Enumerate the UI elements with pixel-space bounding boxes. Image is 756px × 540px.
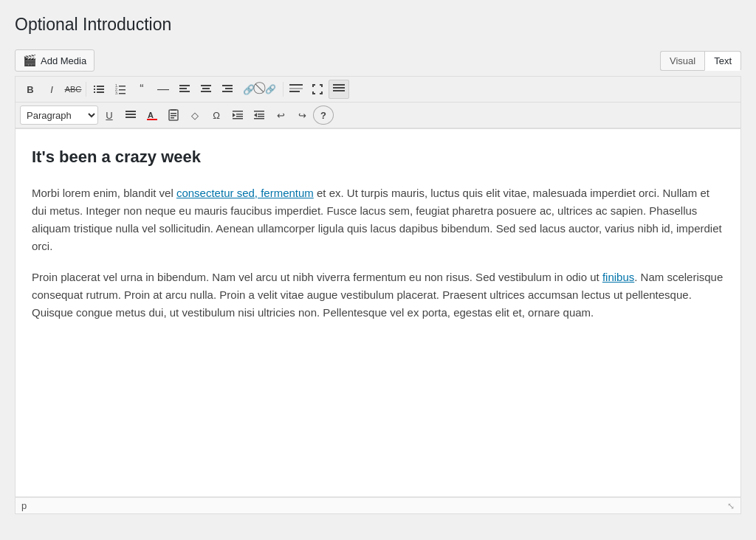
svg-rect-35 — [171, 115, 176, 117]
link-button[interactable]: 🔗 — [238, 80, 259, 99]
svg-rect-29 — [126, 117, 136, 118]
unordered-list-button[interactable] — [89, 80, 109, 99]
format-select[interactable]: Paragraph Heading 1 Heading 2 Heading 3 … — [20, 105, 98, 125]
paragraph2-before-link: Proin placerat vel urna in bibendum. Nam… — [32, 271, 602, 283]
svg-rect-20 — [222, 91, 233, 92]
svg-rect-18 — [222, 85, 233, 86]
svg-rect-28 — [126, 114, 136, 115]
paragraph1-before-link: Morbi lorem enim, blandit vel — [32, 187, 176, 199]
editor-toolbar: B I ABC 1.2.3. “ — 🔗 🔗⃠ — [15, 76, 741, 128]
path-indicator: p — [21, 500, 27, 511]
toolbar-row-2: Paragraph Heading 1 Heading 2 Heading 3 … — [16, 103, 740, 128]
status-bar: p ⤡ — [15, 497, 741, 514]
svg-rect-46 — [254, 118, 264, 120]
svg-rect-23 — [289, 91, 300, 92]
svg-rect-40 — [236, 116, 243, 117]
fullscreen-button[interactable] — [307, 80, 328, 99]
special-chars-button[interactable]: Ω — [206, 105, 227, 125]
paragraph2-link[interactable]: finibus — [602, 271, 634, 283]
svg-rect-34 — [171, 113, 176, 114]
add-media-label: Add Media — [41, 55, 86, 66]
align-center-button[interactable] — [196, 80, 216, 99]
italic-button[interactable]: I — [41, 80, 62, 99]
outdent-button[interactable] — [249, 105, 269, 125]
svg-rect-9 — [119, 89, 126, 91]
svg-rect-27 — [126, 111, 136, 112]
ordered-list-button[interactable]: 1.2.3. — [110, 80, 131, 99]
svg-rect-41 — [233, 118, 243, 120]
help-button[interactable]: ? — [313, 105, 334, 125]
unlink-button[interactable]: 🔗⃠ — [260, 80, 281, 99]
show-toolbar-button[interactable] — [329, 80, 349, 99]
separator-2 — [283, 82, 284, 97]
editor-paragraph-1: Morbi lorem enim, blandit vel consectetu… — [32, 184, 724, 255]
svg-rect-24 — [333, 84, 345, 86]
svg-rect-42 — [254, 111, 264, 112]
blockquote-button[interactable]: “ — [131, 80, 152, 99]
svg-rect-13 — [179, 88, 187, 89]
tab-text[interactable]: Text — [704, 51, 741, 71]
svg-rect-25 — [333, 87, 345, 89]
indent-button[interactable] — [227, 105, 248, 125]
svg-rect-3 — [97, 89, 104, 90]
justify-button[interactable] — [120, 105, 141, 125]
svg-rect-22 — [289, 84, 303, 86]
strikethrough-button[interactable]: ABC — [63, 80, 83, 99]
svg-rect-21 — [289, 88, 303, 89]
add-media-icon: 🎬 — [23, 54, 37, 67]
svg-rect-45 — [258, 116, 264, 117]
svg-rect-26 — [333, 90, 345, 91]
editor-content-area[interactable]: It's been a crazy week Morbi lorem enim,… — [15, 128, 741, 497]
horizontal-rule-button[interactable]: — — [153, 80, 173, 99]
paste-as-text-button[interactable] — [163, 105, 184, 125]
svg-rect-39 — [236, 114, 243, 115]
align-left-button[interactable] — [174, 80, 195, 99]
svg-marker-43 — [254, 113, 257, 117]
font-color-button[interactable]: A — [142, 105, 162, 125]
svg-rect-17 — [201, 91, 211, 92]
svg-rect-31 — [147, 119, 157, 120]
svg-rect-44 — [258, 114, 264, 115]
svg-rect-1 — [97, 86, 104, 87]
undo-button[interactable]: ↩ — [270, 105, 291, 125]
svg-rect-12 — [179, 85, 190, 86]
align-right-button[interactable] — [217, 80, 238, 99]
insert-more-button[interactable] — [286, 80, 306, 99]
svg-rect-36 — [171, 117, 174, 119]
svg-rect-37 — [233, 111, 243, 112]
svg-rect-5 — [97, 91, 104, 93]
svg-rect-19 — [225, 88, 233, 89]
svg-rect-15 — [201, 85, 211, 86]
svg-marker-38 — [233, 113, 236, 117]
bold-button[interactable]: B — [20, 80, 41, 99]
separator-1 — [86, 82, 86, 97]
svg-text:3.: 3. — [115, 91, 118, 94]
add-media-button[interactable]: 🎬 Add Media — [15, 49, 94, 72]
editor-paragraph-2: Proin placerat vel urna in bibendum. Nam… — [32, 269, 724, 322]
clear-formatting-button[interactable]: ◇ — [185, 105, 205, 125]
editor-heading: It's been a crazy week — [32, 144, 724, 170]
svg-text:A: A — [148, 111, 154, 120]
svg-rect-4 — [94, 91, 95, 93]
svg-rect-7 — [119, 86, 126, 87]
svg-rect-14 — [179, 91, 190, 92]
tab-visual[interactable]: Visual — [660, 51, 704, 71]
underline-button[interactable]: U — [99, 105, 120, 125]
resize-handle[interactable]: ⤡ — [727, 501, 735, 511]
svg-rect-0 — [94, 86, 95, 87]
redo-button[interactable]: ↪ — [292, 105, 312, 125]
svg-rect-16 — [202, 88, 210, 89]
paragraph1-link[interactable]: consectetur sed, fermentum — [176, 187, 314, 199]
add-media-bar: 🎬 Add Media Visual Text — [15, 45, 741, 76]
view-tabs: Visual Text — [660, 51, 741, 71]
toolbar-row-1: B I ABC 1.2.3. “ — 🔗 🔗⃠ — [16, 77, 740, 103]
page-title: Optional Introduction — [15, 15, 741, 35]
svg-rect-2 — [94, 89, 95, 90]
svg-rect-11 — [119, 93, 126, 94]
